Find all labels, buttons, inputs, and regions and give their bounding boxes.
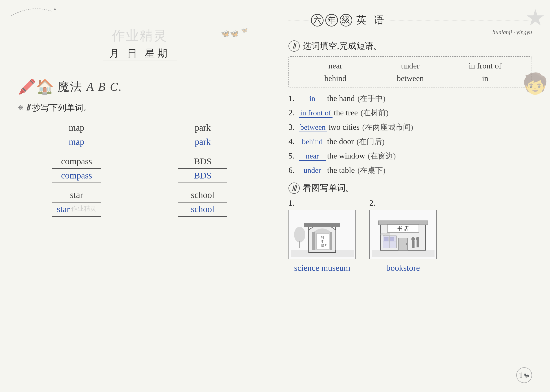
grade-char-level: 级 [340,14,352,27]
fill-item-5: 5. near the window (在窗边) [288,151,532,161]
title-area: 作业精灵 🦋🦋 🦋 月 日 星期 [18,27,261,60]
svg-rect-3 [304,223,340,227]
ant-icon: 🐜 [524,372,529,378]
magic-section: 🖍️🏠 魔法 A B C. [18,78,261,95]
word-item-school: school school [144,190,262,217]
page-number: 1 🐜 [516,367,532,383]
svg-rect-11 [299,241,300,248]
science-museum-answer: science museum [293,263,352,273]
dot-decoration [54,8,56,10]
dotted-line-right [389,20,532,21]
bookstore-answer: bookstore [385,263,421,273]
right-panel: ★ 🧒 六 年 级 英 语 liunianji · yingyu Ⅱ 选词填空,… [275,0,550,392]
star-bullet-icon: ❋ [18,104,24,112]
answer-2: in front of [299,109,333,118]
svg-point-23 [406,243,407,245]
fill-item-3: 3. between two cities (在两座城市间) [288,122,532,133]
picture-item-1: 1. [288,198,356,273]
svg-rect-5 [330,232,332,250]
svg-rect-31 [390,237,394,241]
svg-text:学: 学 [321,240,324,243]
answer-5: near [299,152,326,161]
svg-point-24 [411,237,415,241]
butterfly-deco: 🦋🦋 [221,29,239,38]
watermark-star: 作业精灵 [71,204,96,213]
section-ii-roman-circle: Ⅱ [288,40,300,52]
grade-char-6: 六 [311,14,323,27]
option-in: in [448,74,523,83]
word-grid: map map park park compass compass [18,122,261,223]
science-museum-image: 科 学 博 [288,210,356,259]
svg-point-26 [416,237,419,240]
star-decoration-icon: ★ [525,5,545,31]
svg-rect-27 [416,240,419,247]
svg-rect-4 [312,232,315,250]
svg-rect-16 [378,221,428,225]
word-option-box: near under in front of behind between in [288,56,532,88]
option-behind: behind [298,74,373,83]
section-iii-header: Ⅲ 看图写单词。 [288,182,532,194]
magic-label: 魔法 A B C. [57,79,122,95]
svg-point-12 [325,244,327,246]
section-i: ❋ Ⅱ 抄写下列单词。 map map park park [18,102,261,223]
word-item-compass: compass compass [18,156,135,183]
word-item-bds: BDS BDS [144,156,262,183]
option-between: between [373,74,448,83]
fill-item-6: 6. under the table (在桌下) [288,165,532,175]
svg-text:科: 科 [321,236,324,239]
svg-rect-28 [381,233,385,235]
section-iii: Ⅲ 看图写单词。 1. [288,182,532,273]
museum-svg: 科 学 博 [291,212,354,257]
option-in-front-of: in front of [448,61,523,70]
subject-text: 英 语 [356,14,387,27]
word-item-map: map map [18,122,135,149]
section-ii: Ⅱ 选词填空,完成短语。 near under in front of behi… [288,40,532,175]
answer-1: in [299,94,326,103]
bookstore-svg: 书 店 [371,212,435,257]
svg-rect-25 [412,241,414,248]
section-iii-roman-circle: Ⅲ [288,182,300,194]
option-under: under [373,61,448,70]
answer-4: behind [299,137,326,146]
grade-char-year: 年 [325,14,338,27]
picture-grid: 1. [288,198,532,273]
bookstore-image: 书 店 [369,210,437,259]
svg-rect-14 [371,250,435,257]
svg-rect-30 [384,237,388,241]
crayon-icon: 🖍️🏠 [18,78,54,95]
butterfly-deco2: 🦋 [241,27,248,33]
dotted-line-left [288,20,311,21]
brand-label: liunianji · yingyu [288,29,532,36]
section-i-header: ❋ Ⅱ 抄写下列单词。 [18,102,261,113]
svg-point-10 [294,227,305,243]
svg-rect-1 [291,250,354,257]
picture-item-2: 2. 书 店 [369,198,437,273]
fill-item-1: 1. in the hand (在手中) [288,93,532,104]
date-label: 月 日 星期 [103,47,177,60]
fill-item-4: 4. behind the door (在门后) [288,137,532,147]
left-panel: 作业精灵 🦋🦋 🦋 月 日 星期 🖍️🏠 魔法 A B C. ❋ Ⅱ 抄写下列单… [0,0,275,392]
fill-items: 1. in the hand (在手中) 2. in front of the … [288,93,532,175]
svg-text:博: 博 [321,244,324,247]
section-i-roman: Ⅱ [26,103,30,112]
swing-girl-icon: 🧒 [523,72,548,95]
word-item-park: park park [144,122,262,149]
deco-curve-icon [9,5,54,18]
option-near: near [298,61,373,70]
section-i-text: 抄写下列单词。 [32,102,92,113]
answer-6: under [299,166,326,175]
page: 作业精灵 🦋🦋 🦋 月 日 星期 🖍️🏠 魔法 A B C. ❋ Ⅱ 抄写下列单… [0,0,550,392]
answer-3: between [299,123,327,132]
svg-text:书  店: 书 店 [397,226,409,231]
right-header: 六 年 级 英 语 [288,14,532,27]
grade-subject: 六 年 级 英 语 [311,14,387,27]
section-ii-header: Ⅱ 选词填空,完成短语。 [288,40,532,52]
svg-rect-29 [386,233,390,235]
word-item-star: star star 作业精灵 [18,190,135,217]
fill-item-2: 2. in front of the tree (在树前) [288,108,532,118]
